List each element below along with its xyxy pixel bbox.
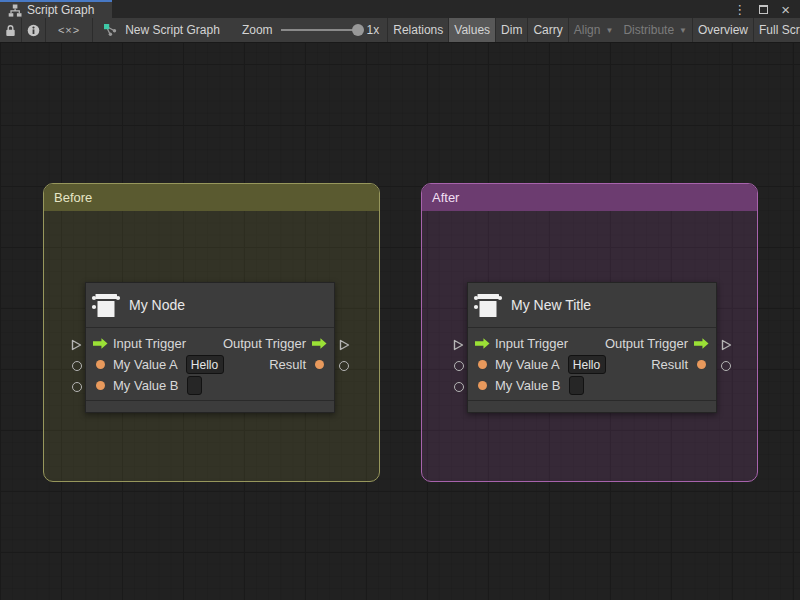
zoom-slider-handle[interactable] [352,24,364,36]
carry-toggle[interactable]: Carry [528,18,567,42]
value-a-port[interactable]: My Value A [86,355,224,374]
dim-toggle[interactable]: Dim [496,18,527,42]
flow-arrow-icon [694,338,709,349]
value-b-input[interactable] [569,376,584,395]
node-ports: Input Trigger Output Trigger My Value A … [468,328,716,400]
value-port-icon [478,381,487,390]
port-label: My Value A [495,357,560,372]
info-icon [27,24,40,37]
graph-name-label: New Script Graph [125,23,220,37]
port-label: Output Trigger [605,336,688,351]
external-value-input-a[interactable] [454,361,464,371]
port-label: My Value B [113,378,179,393]
lock-icon [5,24,16,37]
lock-button[interactable] [0,18,21,42]
overview-button[interactable]: Overview [693,18,753,42]
fullscreen-button[interactable]: Full Screen [754,18,800,42]
values-label: Values [454,23,490,37]
external-flow-input[interactable] [453,339,464,351]
window-controls: ⋮ × [733,0,800,18]
port-row: My Value B [86,375,334,396]
values-toggle[interactable]: Values [449,18,495,42]
distribute-dropdown[interactable]: Distribute ▼ [618,18,692,42]
node-header[interactable]: My New Title [468,283,716,328]
port-row: Input Trigger Output Trigger [86,333,334,354]
graph-hierarchy-icon [8,4,22,17]
external-flow-input[interactable] [71,339,82,351]
zoom-control: Zoom 1x [230,18,387,42]
value-a-input[interactable] [568,355,606,374]
value-a-port[interactable]: My Value A [468,355,606,374]
external-value-input-b[interactable] [454,382,464,392]
toolbar-right-group: Relations Values Dim Carry Align ▼ Distr… [387,18,800,42]
group-before-header[interactable]: Before [44,184,379,211]
close-icon[interactable]: × [781,2,790,17]
graph-toolbar: <×> New Script Graph Zoom 1x Relations [0,18,800,43]
tab-bar: Script Graph ⋮ × [0,0,800,18]
node-title: My New Title [511,297,591,313]
align-dropdown[interactable]: Align ▼ [569,18,619,42]
external-value-input-a[interactable] [72,361,82,371]
maximize-icon[interactable] [759,5,768,14]
port-label: My Value A [113,357,178,372]
zoom-slider[interactable] [281,29,359,31]
port-row: My Value A Result [468,354,716,375]
node-my-new-title[interactable]: My New Title Input Trigger Output Trigge… [467,282,717,413]
node-ports: Input Trigger Output Trigger My Value A … [86,328,334,400]
value-port-icon [315,360,324,369]
info-button[interactable] [22,18,45,42]
relations-label: Relations [393,23,443,37]
external-value-output[interactable] [339,361,349,371]
external-flow-output[interactable] [339,339,350,351]
script-graph-window: Script Graph ⋮ × <×> [0,0,800,600]
overview-label: Overview [698,23,748,37]
align-label: Align [574,23,601,37]
port-row: My Value A Result [86,354,334,375]
unit-icon [473,290,503,320]
relations-toggle[interactable]: Relations [388,18,448,42]
flow-arrow-icon [475,338,490,349]
flow-arrow-icon [93,338,108,349]
tab-script-graph[interactable]: Script Graph [0,0,112,18]
input-trigger-port[interactable]: Input Trigger [86,336,186,351]
group-title: Before [54,190,92,205]
graph-reference[interactable]: New Script Graph [93,18,230,42]
port-label: Input Trigger [113,336,186,351]
carry-label: Carry [533,23,562,37]
port-row: My Value B [468,375,716,396]
node-my-node[interactable]: My Node Input Trigger Output Trigger [85,282,335,413]
zoom-value: 1x [367,23,380,37]
value-b-port[interactable]: My Value B [86,376,202,395]
edit-script-button[interactable]: <×> [46,18,92,42]
script-graph-asset-icon [103,23,118,37]
output-trigger-port[interactable]: Output Trigger [605,336,716,351]
port-label: Input Trigger [495,336,568,351]
input-trigger-port[interactable]: Input Trigger [468,336,568,351]
fullscreen-label: Full Screen [759,23,800,37]
value-port-icon [478,360,487,369]
group-after-header[interactable]: After [422,184,757,211]
unit-icon [91,290,121,320]
value-b-input[interactable] [187,376,202,395]
window-menu-icon[interactable]: ⋮ [733,3,746,16]
port-label: My Value B [495,378,561,393]
external-value-output[interactable] [721,361,731,371]
result-port[interactable]: Result [269,357,334,372]
output-trigger-port[interactable]: Output Trigger [223,336,334,351]
value-b-port[interactable]: My Value B [468,376,584,395]
node-footer [468,400,716,412]
zoom-label: Zoom [242,23,273,37]
group-title: After [432,190,459,205]
result-port[interactable]: Result [651,357,716,372]
port-label: Result [651,357,688,372]
value-port-icon [96,360,105,369]
port-label: Output Trigger [223,336,306,351]
external-flow-output[interactable] [721,339,732,351]
node-header[interactable]: My Node [86,283,334,328]
value-a-input[interactable] [186,355,224,374]
value-port-icon [96,381,105,390]
external-value-input-b[interactable] [72,382,82,392]
graph-canvas[interactable]: Before After My Node [0,43,800,600]
node-title: My Node [129,297,185,313]
code-icon: <×> [58,24,80,36]
